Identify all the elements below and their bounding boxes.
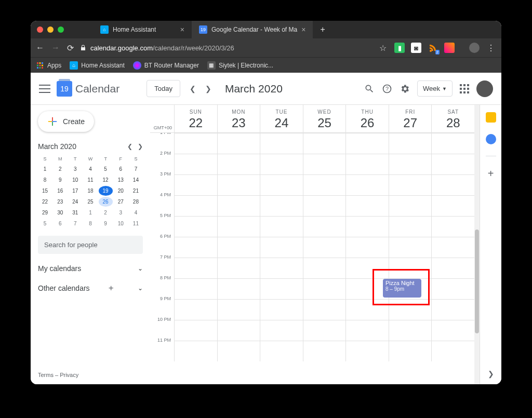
profile-avatar-icon[interactable] [469,43,480,53]
hour-cell[interactable] [389,154,432,174]
hour-cell[interactable] [389,216,432,237]
hour-cell[interactable] [217,237,260,258]
my-calendars-toggle[interactable]: My calendars ⌄ [38,264,143,273]
mini-day[interactable]: 21 [129,186,143,196]
hour-cell[interactable] [217,154,260,174]
window-close-button[interactable] [37,26,43,33]
add-calendar-button[interactable]: + [109,283,114,293]
reload-button[interactable]: ⟳ [67,43,74,53]
hour-cell[interactable] [431,174,474,195]
mini-day[interactable]: 1 [38,164,52,174]
mini-day[interactable]: 23 [53,197,67,207]
hour-cell[interactable] [389,195,432,216]
mini-day[interactable]: 11 [83,175,97,185]
hour-cell[interactable] [431,341,474,361]
hour-cell[interactable] [217,216,260,237]
mini-prev-button[interactable]: ❮ [127,143,132,150]
mini-day[interactable]: 17 [68,186,82,196]
mini-day[interactable]: 2 [99,208,113,218]
mini-day[interactable]: 11 [129,219,143,228]
mini-day[interactable]: 18 [83,186,97,196]
hour-cell[interactable] [260,216,303,237]
hour-cell[interactable] [303,299,346,320]
tasks-icon[interactable] [486,134,496,144]
window-minimize-button[interactable] [47,26,54,33]
search-people-input[interactable]: Search for people [38,236,143,254]
hour-cell[interactable] [303,237,346,258]
mini-day[interactable]: 4 [129,208,143,218]
hour-cell[interactable] [217,258,260,278]
add-panel-button[interactable]: + [488,168,494,180]
hour-cell[interactable] [303,320,346,341]
hour-cell[interactable] [431,195,474,216]
day-header[interactable]: FRI27 [389,105,432,132]
hour-cell[interactable] [217,133,260,154]
hour-cell[interactable] [303,278,346,299]
mini-day[interactable]: 3 [114,208,128,218]
mini-day[interactable]: 28 [129,197,143,207]
mini-day[interactable]: 24 [68,197,82,207]
footer-links[interactable]: Terms – Privacy [38,367,143,378]
mini-day[interactable]: 15 [38,186,52,196]
mini-day[interactable]: 5 [99,164,113,174]
hour-cell[interactable] [431,216,474,237]
view-selector[interactable]: Week▼ [417,80,453,97]
mini-day[interactable]: 1 [83,208,97,218]
mini-day[interactable]: 9 [99,219,113,228]
hour-cell[interactable] [345,216,389,237]
mini-day[interactable]: 8 [38,175,52,185]
mini-day[interactable]: 13 [114,175,128,185]
hour-cell[interactable] [260,258,303,278]
mini-day[interactable]: 4 [83,164,97,174]
mini-day[interactable]: 6 [114,164,128,174]
hour-cell[interactable] [345,154,389,174]
mini-day[interactable]: 16 [53,186,67,196]
hour-cell[interactable] [217,320,260,341]
hour-cell[interactable] [303,258,346,278]
mini-day[interactable]: 6 [53,219,67,228]
mini-day[interactable]: 27 [114,197,128,207]
extension-icon[interactable] [444,43,455,53]
mini-day[interactable]: 20 [114,186,128,196]
rss-icon[interactable]: 2 [428,43,438,53]
hour-cell[interactable] [217,278,260,299]
hour-cell[interactable] [174,258,217,278]
menu-button[interactable] [39,85,50,93]
hour-cell[interactable] [303,174,346,195]
day-header[interactable]: SAT28 [431,105,474,132]
mini-day[interactable]: 9 [53,175,67,185]
hour-cell[interactable] [389,133,432,154]
hour-cell[interactable] [431,320,474,341]
hour-cell[interactable] [431,133,474,154]
hour-cell[interactable] [260,278,303,299]
browser-tab-google-calendar[interactable]: 19 Google Calendar - Week of Ma × [192,21,313,38]
mini-day[interactable]: 25 [83,197,97,207]
browser-tab-home-assistant[interactable]: ⌂ Home Assistant × [93,21,192,38]
hour-cell[interactable] [260,174,303,195]
bookmark-apps[interactable]: Apps [36,61,61,70]
hour-cell[interactable] [174,195,217,216]
hour-cell[interactable] [345,320,389,341]
mini-day[interactable]: 12 [99,175,113,185]
other-calendars-toggle[interactable]: Other calendars + ⌄ [38,283,143,293]
mini-day[interactable]: 14 [129,175,143,185]
hour-cell[interactable] [431,278,474,299]
hour-cell[interactable] [260,299,303,320]
close-icon[interactable]: × [180,25,184,34]
hour-cell[interactable] [389,341,432,361]
hour-cell[interactable] [389,237,432,258]
help-button[interactable]: ? [382,84,392,94]
star-icon[interactable]: ☆ [378,43,388,53]
mini-day[interactable]: 31 [68,208,82,218]
mini-next-button[interactable]: ❯ [138,143,143,150]
forward-button[interactable]: → [51,43,60,53]
hour-cell[interactable] [345,237,389,258]
day-header[interactable]: TUE24 [260,105,303,132]
hour-cell[interactable] [217,299,260,320]
hour-cell[interactable] [303,216,346,237]
evernote-icon[interactable]: ▮ [394,43,405,53]
mini-day[interactable]: 10 [114,219,128,228]
keep-icon[interactable] [486,112,496,123]
hour-cell[interactable] [303,133,346,154]
today-button[interactable]: Today [147,80,180,97]
